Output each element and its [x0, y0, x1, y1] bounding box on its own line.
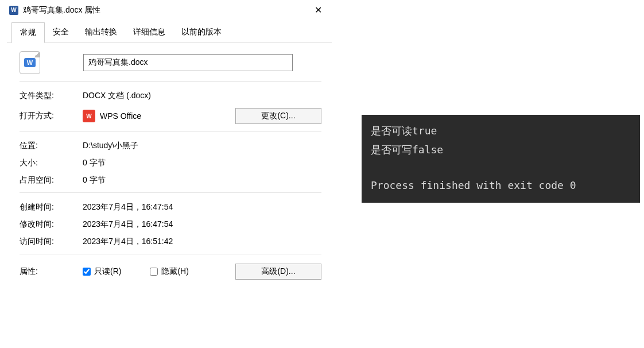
- filename-row: W: [20, 51, 321, 74]
- openwith-app: WPS Office: [100, 111, 141, 121]
- location-value: D:\study\小黑子: [83, 141, 321, 151]
- accessed-label: 访问时间:: [20, 237, 83, 247]
- tab-output[interactable]: 输出转换: [77, 22, 125, 42]
- readonly-checkbox[interactable]: [83, 268, 91, 276]
- size-label: 大小:: [20, 158, 83, 168]
- created-value: 2023年7月4日，16:47:54: [83, 202, 321, 212]
- filetype-label: 文件类型:: [20, 91, 83, 101]
- hidden-checkbox[interactable]: [150, 268, 158, 276]
- advanced-button[interactable]: 高级(D)...: [235, 264, 321, 280]
- accessed-value: 2023年7月4日，16:51:42: [83, 237, 321, 247]
- console-line-2: 是否可写false: [371, 141, 631, 160]
- tab-security[interactable]: 安全: [45, 22, 77, 42]
- change-button[interactable]: 更改(C)...: [235, 108, 321, 124]
- modified-label: 修改时间:: [20, 219, 83, 230]
- window-title: 鸡哥写真集.docx 属性: [23, 5, 307, 16]
- readonly-checkbox-wrap[interactable]: 只读(R): [83, 266, 121, 277]
- console-blank: [371, 159, 631, 176]
- attributes-row: 属性: 只读(R) 隐藏(H) 高级(D)...: [20, 264, 321, 280]
- separator: [20, 192, 321, 193]
- openwith-label: 打开方式:: [20, 111, 83, 121]
- titlebar: W 鸡哥写真集.docx 属性 ✕: [0, 0, 339, 22]
- tab-previous[interactable]: 以前的版本: [173, 22, 230, 42]
- hidden-checkbox-wrap[interactable]: 隐藏(H): [150, 266, 188, 277]
- properties-dialog: W 鸡哥写真集.docx 属性 ✕ 常规 安全 输出转换 详细信息 以前的版本 …: [0, 0, 339, 295]
- filename-input[interactable]: [83, 54, 293, 71]
- checkbox-group: 只读(R) 隐藏(H) 高级(D)...: [83, 264, 321, 280]
- modified-row: 修改时间: 2023年7月4日，16:47:54: [20, 219, 321, 230]
- created-row: 创建时间: 2023年7月4日，16:47:54: [20, 202, 321, 212]
- readonly-label: 只读(R): [94, 266, 121, 277]
- disksize-label: 占用空间:: [20, 175, 83, 185]
- svg-text:W: W: [27, 59, 33, 66]
- separator: [20, 254, 321, 254]
- location-row: 位置: D:\study\小黑子: [20, 141, 321, 151]
- separator: [20, 81, 321, 82]
- accessed-row: 访问时间: 2023年7月4日，16:51:42: [20, 237, 321, 247]
- tab-details[interactable]: 详细信息: [125, 22, 173, 42]
- disksize-value: 0 字节: [83, 175, 321, 185]
- location-label: 位置:: [20, 141, 83, 151]
- hidden-label: 隐藏(H): [161, 266, 188, 277]
- size-row: 大小: 0 字节: [20, 158, 321, 168]
- console-output: 是否可读true 是否可写false Process finished with…: [362, 115, 640, 203]
- close-icon[interactable]: ✕: [307, 5, 329, 16]
- tab-general[interactable]: 常规: [11, 22, 45, 43]
- app-icon: W: [9, 6, 18, 15]
- attributes-label: 属性:: [20, 266, 83, 277]
- console-line-1: 是否可读true: [371, 122, 631, 141]
- openwith-row: 打开方式: W WPS Office 更改(C)...: [20, 108, 321, 124]
- created-label: 创建时间:: [20, 202, 83, 212]
- file-type-icon: W: [20, 51, 40, 74]
- console-line-3: Process finished with exit code 0: [371, 176, 631, 195]
- modified-value: 2023年7月4日，16:47:54: [83, 219, 321, 230]
- separator: [20, 131, 321, 132]
- wps-icon: W: [83, 110, 95, 122]
- filetype-value: DOCX 文档 (.docx): [83, 91, 321, 101]
- disksize-row: 占用空间: 0 字节: [20, 175, 321, 185]
- tabs: 常规 安全 输出转换 详细信息 以前的版本: [7, 22, 332, 43]
- openwith-value: W WPS Office 更改(C)...: [83, 108, 321, 124]
- size-value: 0 字节: [83, 158, 321, 168]
- filetype-row: 文件类型: DOCX 文档 (.docx): [20, 91, 321, 101]
- tab-content: W 文件类型: DOCX 文档 (.docx) 打开方式: W WPS Offi…: [0, 43, 339, 295]
